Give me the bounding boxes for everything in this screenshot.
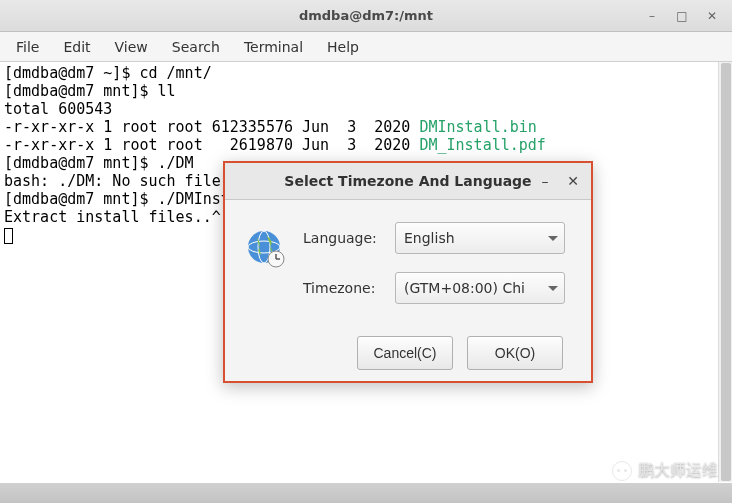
language-value: English (404, 230, 455, 246)
terminal-line: -r-xr-xr-x 1 root root 612335576 Jun 3 2… (4, 118, 419, 136)
dialog-minimize-button[interactable]: – (535, 173, 555, 189)
timezone-value: (GTM+08:00) Chi (404, 280, 525, 296)
terminal-line: [dmdba@dm7 mnt]$ ll (4, 82, 176, 100)
menu-search[interactable]: Search (162, 35, 230, 59)
terminal-line: total 600543 (4, 100, 112, 118)
terminal-line: Extract install files..^. (4, 208, 230, 226)
dialog-titlebar: Select Timezone And Language – ✕ (225, 163, 591, 200)
file-link: DMInstall.bin (419, 118, 536, 136)
menu-file[interactable]: File (6, 35, 49, 59)
terminal-line: -r-xr-xr-x 1 root root 2619870 Jun 3 202… (4, 136, 419, 154)
close-button[interactable]: ✕ (700, 7, 724, 25)
menu-help[interactable]: Help (317, 35, 369, 59)
cancel-button[interactable]: Cancel(C) (357, 336, 453, 370)
ok-button[interactable]: OK(O) (467, 336, 563, 370)
dialog-timezone-language: Select Timezone And Language – ✕ Languag… (223, 161, 593, 383)
bottom-bar (0, 483, 732, 503)
dialog-close-button[interactable]: ✕ (563, 173, 583, 189)
language-select[interactable]: English (395, 222, 565, 254)
minimize-button[interactable]: – (640, 7, 664, 25)
timezone-select[interactable]: (GTM+08:00) Chi (395, 272, 565, 304)
file-link: DM_Install.pdf (419, 136, 545, 154)
window-controls: – □ ✕ (640, 7, 724, 25)
menubar: File Edit View Search Terminal Help (0, 32, 732, 62)
globe-icon (245, 228, 287, 270)
chevron-down-icon (548, 236, 558, 241)
terminal-line: [dmdba@dm7 mnt]$ ./DM (4, 154, 194, 172)
scrollbar-thumb[interactable] (721, 63, 731, 481)
window-title: dmdba@dm7:/mnt (299, 8, 433, 23)
menu-terminal[interactable]: Terminal (234, 35, 313, 59)
terminal-line: [dmdba@dm7 mnt]$ ./DMInst (4, 190, 230, 208)
watermark-text: 鹏大师运维 (638, 460, 718, 481)
wechat-icon (612, 461, 632, 481)
maximize-button[interactable]: □ (670, 7, 694, 25)
scrollbar[interactable] (718, 62, 732, 482)
terminal-line: [dmdba@dm7 ~]$ cd /mnt/ (4, 64, 212, 82)
window-titlebar: dmdba@dm7:/mnt – □ ✕ (0, 0, 732, 32)
terminal-cursor (4, 228, 13, 244)
terminal-line: bash: ./DM: No such file (4, 172, 230, 190)
watermark: 鹏大师运维 (612, 460, 718, 481)
timezone-label: Timezone: (303, 280, 381, 296)
chevron-down-icon (548, 286, 558, 291)
dialog-title: Select Timezone And Language (284, 173, 531, 189)
menu-edit[interactable]: Edit (53, 35, 100, 59)
language-label: Language: (303, 230, 381, 246)
menu-view[interactable]: View (105, 35, 158, 59)
